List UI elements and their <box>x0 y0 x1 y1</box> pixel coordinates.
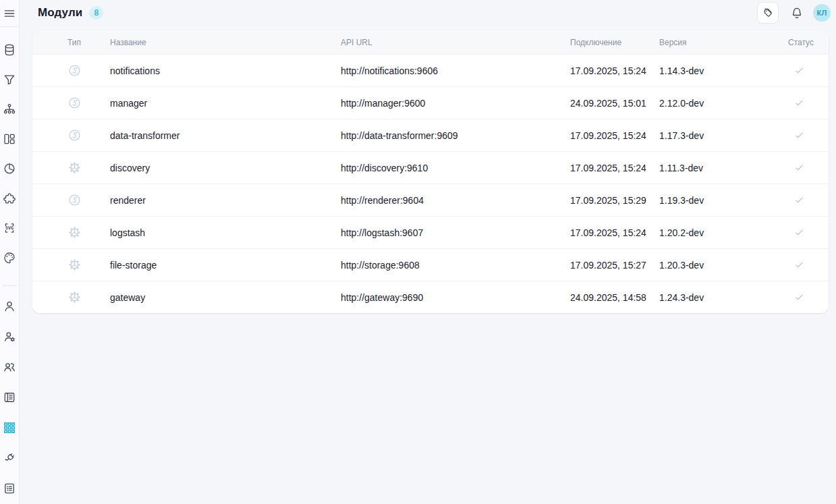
module-api-url: http://notifications:9606 <box>341 65 570 76</box>
js-module-icon <box>67 193 82 207</box>
status-check-icon <box>793 65 805 76</box>
module-status-cell <box>756 65 829 76</box>
module-name: renderer <box>110 195 341 206</box>
main-content: Модули 8 КЛ Тип Название API URL Подключ… <box>20 0 836 313</box>
table-body: notifications http://notifications:9606 … <box>32 54 829 313</box>
sitemap-icon <box>3 103 16 116</box>
module-status-cell <box>756 291 829 303</box>
sidebar-item-filters[interactable] <box>0 73 20 86</box>
pie-chart-icon <box>3 162 16 175</box>
table-header-row: Тип Название API URL Подключение Версия … <box>32 30 829 54</box>
sidebar-header <box>0 0 19 27</box>
grid-icon <box>3 421 16 435</box>
module-version: 1.14.3-dev <box>659 65 756 76</box>
column-header-status: Статус <box>756 38 829 47</box>
puzzle-icon <box>3 192 16 205</box>
sidebar-item-journal[interactable] <box>0 391 20 404</box>
module-connected-at: 17.09.2025, 15:24 <box>570 130 659 141</box>
module-api-url: http://discovery:9610 <box>341 163 570 173</box>
status-check-icon <box>793 162 805 173</box>
module-version: 1.24.3-dev <box>659 292 756 303</box>
status-check-icon <box>793 227 805 238</box>
users-icon <box>3 360 16 374</box>
module-type-cell <box>32 290 110 304</box>
sidebar-item-database[interactable] <box>0 43 20 57</box>
module-connected-at: 17.09.2025, 15:29 <box>570 195 659 206</box>
table-row[interactable]: gateway http://gateway:9690 24.09.2025, … <box>32 281 829 313</box>
notifications-button[interactable] <box>790 6 804 20</box>
modules-table-card: Тип Название API URL Подключение Версия … <box>32 30 829 313</box>
module-api-url: http://data-transformer:9609 <box>341 130 570 141</box>
sidebar-item-groups[interactable] <box>0 360 20 374</box>
gear-module-icon <box>67 161 82 175</box>
module-connected-at: 17.09.2025, 15:24 <box>570 65 659 76</box>
table-row[interactable]: notifications http://notifications:9606 … <box>32 54 829 86</box>
svg-file-icon <box>3 221 16 235</box>
module-status-cell <box>756 194 829 206</box>
avatar[interactable]: КЛ <box>813 4 831 22</box>
module-version: 1.17.3-dev <box>659 130 756 141</box>
table-row[interactable]: data-transformer http://data-transformer… <box>32 119 829 151</box>
module-type-cell <box>32 193 110 207</box>
module-version: 2.12.0-dev <box>659 98 756 109</box>
sidebar-item-palette[interactable] <box>0 251 20 264</box>
gear-module-icon <box>67 258 82 272</box>
module-api-url: http://renderer:9604 <box>341 195 570 206</box>
sidebar-divider <box>3 285 17 286</box>
module-connected-at: 17.09.2025, 15:24 <box>570 163 659 173</box>
tags-button[interactable] <box>757 2 779 24</box>
gear-module-icon <box>67 225 82 240</box>
module-type-cell <box>32 128 110 142</box>
module-name: data-transformer <box>110 130 341 141</box>
module-api-url: http://logstash:9607 <box>341 227 570 238</box>
module-type-cell <box>32 63 110 78</box>
column-header-api-url: API URL <box>341 38 570 47</box>
user-icon <box>3 300 16 313</box>
sidebar <box>0 0 20 504</box>
module-status-cell <box>756 130 829 141</box>
table-row[interactable]: manager http://manager:9600 24.09.2025, … <box>32 86 829 119</box>
sidebar-item-plugins[interactable] <box>0 192 20 205</box>
module-type-cell <box>32 225 110 240</box>
checklist-icon <box>3 482 16 495</box>
module-name: notifications <box>110 65 341 76</box>
sidebar-item-svg-assets[interactable] <box>0 221 20 235</box>
menu-toggle-button[interactable] <box>0 7 19 20</box>
tags-icon <box>762 7 774 19</box>
module-type-cell <box>32 96 110 110</box>
table-row[interactable]: renderer http://renderer:9604 17.09.2025… <box>32 184 829 216</box>
database-icon <box>3 43 16 57</box>
table-row[interactable]: file-storage http://storage:9608 17.09.2… <box>32 248 829 281</box>
sidebar-item-connections[interactable] <box>0 451 20 465</box>
sidebar-item-charts[interactable] <box>0 162 20 175</box>
sidebar-item-user-settings[interactable] <box>0 330 20 343</box>
module-connected-at: 17.09.2025, 15:27 <box>570 260 659 271</box>
sidebar-item-user[interactable] <box>0 300 20 313</box>
table-row[interactable]: discovery http://discovery:9610 17.09.20… <box>32 151 829 184</box>
module-type-cell <box>32 258 110 272</box>
module-version: 1.19.3-dev <box>659 195 756 206</box>
table-row[interactable]: logstash http://logstash:9607 17.09.2025… <box>32 216 829 248</box>
js-module-icon <box>67 96 82 110</box>
topbar-actions: КЛ <box>757 2 831 24</box>
status-check-icon <box>793 97 805 109</box>
module-api-url: http://gateway:9690 <box>341 292 570 303</box>
journal-icon <box>3 391 16 404</box>
module-status-cell <box>756 97 829 109</box>
column-header-type: Тип <box>32 38 110 47</box>
page-title: Модули <box>38 6 82 20</box>
status-check-icon <box>793 130 805 141</box>
sidebar-item-modules[interactable] <box>0 421 20 435</box>
module-version: 1.20.2-dev <box>659 227 756 238</box>
palette-icon <box>3 251 16 264</box>
module-connected-at: 17.09.2025, 15:24 <box>570 227 659 238</box>
sidebar-item-logs[interactable] <box>0 482 20 495</box>
sidebar-item-layouts[interactable] <box>0 132 20 146</box>
module-version: 1.20.3-dev <box>659 260 756 271</box>
column-header-version: Версия <box>659 38 756 47</box>
sidebar-groups <box>0 43 19 495</box>
layout-icon <box>3 132 16 146</box>
bell-icon <box>790 6 804 20</box>
js-module-icon <box>67 63 82 78</box>
sidebar-item-hierarchy[interactable] <box>0 103 20 116</box>
